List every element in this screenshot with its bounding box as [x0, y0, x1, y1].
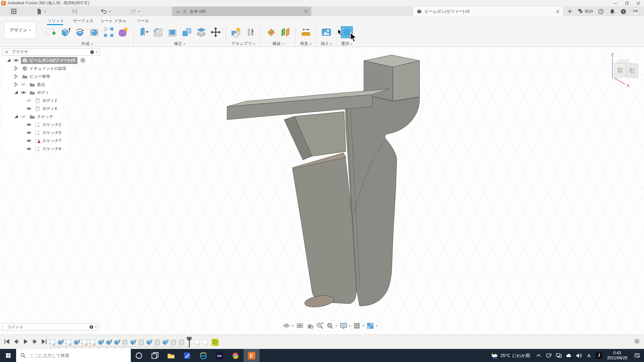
timeline-feature-sketch-1[interactable]: [49, 339, 56, 346]
shell-tool-button[interactable]: [166, 26, 178, 38]
remove-panel-icon[interactable]: [90, 50, 94, 54]
hole-tool-button[interactable]: [88, 26, 100, 38]
start-button[interactable]: [0, 349, 16, 362]
browser-panel-header[interactable]: ブラウザ ‖: [2, 48, 100, 56]
tree-item-body[interactable]: ビュー管理: [21, 73, 53, 80]
move-tool-button[interactable]: [210, 26, 222, 38]
collapse-panel-icon[interactable]: [4, 50, 9, 54]
select-tool-button[interactable]: [341, 26, 353, 38]
tree-item-body[interactable]: スケッチ6: [34, 145, 64, 153]
timeline-feature-extrude-15[interactable]: [162, 339, 169, 346]
construction-plane-tool-button[interactable]: [265, 26, 277, 38]
expander-closed-icon[interactable]: [13, 66, 19, 71]
taskbar-weather[interactable]: 25°C にわか雨: [487, 352, 533, 360]
fillet-tool-button[interactable]: [152, 26, 164, 38]
timeline-selected-feature[interactable]: [212, 339, 219, 346]
rectangular-pattern-tool-button[interactable]: [103, 26, 115, 38]
redo-button[interactable]: [127, 7, 143, 15]
timeline-feature-fillet-16[interactable]: [170, 339, 177, 346]
visibility-eye-icon[interactable]: [13, 58, 19, 63]
panel-drag-handle[interactable]: ‖: [95, 325, 97, 329]
ribbon-group-label[interactable]: 構築: [273, 41, 284, 47]
tree-item-body[interactable]: スケッチ7: [34, 137, 64, 144]
tree-item-body[interactable]: スケッチ2: [34, 121, 64, 128]
tree-item-スケッチ[interactable]: スケッチ: [2, 113, 59, 121]
panel-drag-handle[interactable]: ‖: [96, 50, 98, 54]
ime-mode-a[interactable]: A: [584, 349, 594, 362]
tree-item-body[interactable]: ビームガン(ゼファー) v3: [21, 57, 77, 64]
extrude-tool-button[interactable]: [59, 26, 71, 38]
tree-item-ビームガン(ゼファー) v3[interactable]: ビームガン(ゼファー) v3: [2, 56, 91, 64]
timeline-feature-suppressed-2[interactable]: [202, 339, 209, 346]
timeline-feature-fillet-17[interactable]: [178, 339, 185, 346]
tree-item-body[interactable]: ボディ4: [34, 105, 60, 112]
ribbon-group-label[interactable]: 作成: [82, 41, 93, 47]
tree-item-ボディ2[interactable]: ボディ2: [2, 97, 63, 105]
timeline-feature-extrude-11[interactable]: [129, 339, 137, 346]
taskbar-app-vix[interactable]: ViX: [211, 349, 227, 362]
ribbon-tab-solid[interactable]: ソリッド: [48, 18, 64, 24]
timeline-feature-sketch-6[interactable]: [89, 339, 96, 346]
undo-button[interactable]: [97, 7, 113, 15]
visibility-eye-off-icon[interactable]: [26, 98, 32, 103]
taskbar-app-fusion[interactable]: F: [244, 349, 260, 362]
tray-chevron-up-icon[interactable]: [534, 349, 543, 362]
search-input[interactable]: [16, 349, 131, 362]
ribbon-group-label[interactable]: アセンブリ: [231, 41, 255, 47]
expander-open-icon[interactable]: [13, 90, 19, 95]
tree-item-スケッチ5[interactable]: スケッチ5: [2, 129, 67, 137]
timeline-feature-extrude-9[interactable]: [113, 339, 120, 346]
tree-item-body[interactable]: スケッチ: [28, 113, 56, 120]
help-button[interactable]: ?: [620, 7, 627, 15]
viewports-view-button[interactable]: [366, 322, 378, 330]
document-tab-inactive[interactable]: 0、全体 v89: [172, 7, 311, 16]
split-body-tool-button[interactable]: [195, 26, 207, 38]
job-status-button[interactable]: 9/10: [578, 7, 593, 15]
ribbon-group-label[interactable]: 検査: [300, 41, 312, 47]
action-center-icon[interactable]: [631, 349, 644, 362]
tray-volume-icon[interactable]: [574, 349, 584, 362]
visibility-eye-icon[interactable]: [21, 90, 26, 95]
tree-item-body[interactable]: ボディ2: [34, 97, 60, 104]
timeline-feature-extrude-13[interactable]: [146, 339, 153, 346]
tree-item-body[interactable]: ボディ: [28, 89, 52, 96]
minimize-button[interactable]: [610, 0, 621, 6]
taskbar-app-notes[interactable]: [179, 349, 195, 362]
notifications-bell-button[interactable]: [609, 7, 615, 15]
viewport-3d[interactable]: ブラウザ ‖ ビームガン(ゼファー) v3ドキュメントの設定ビュー管理原点ボディ…: [0, 47, 644, 335]
timeline-feature-sketch-5[interactable]: [81, 339, 88, 346]
close-button[interactable]: [633, 0, 644, 6]
form-tool-button[interactable]: [117, 26, 129, 38]
timeline-step-back-button[interactable]: [12, 338, 20, 346]
ribbon-tab-tools[interactable]: ツール: [137, 18, 149, 24]
lookat-view-button[interactable]: [296, 322, 304, 330]
timeline-ruler[interactable]: [50, 346, 189, 348]
timeline-feature-extrude-8[interactable]: [105, 339, 112, 346]
combine-tool-button[interactable]: [181, 26, 193, 38]
zoom-view-button[interactable]: [316, 322, 324, 330]
timeline-play-button[interactable]: [21, 338, 30, 346]
visibility-eye-icon[interactable]: [26, 122, 32, 127]
tree-item-スケッチ7[interactable]: スケッチ7: [2, 137, 67, 145]
ime-mode-j[interactable]: J: [594, 349, 604, 362]
timeline-skip-start-button[interactable]: [3, 338, 11, 346]
timeline-feature-suppressed-1[interactable]: [194, 339, 201, 346]
timeline-settings-gear-icon[interactable]: [634, 338, 640, 344]
taskbar-app-cortana[interactable]: [131, 349, 147, 362]
tree-item-原点[interactable]: 原点: [2, 80, 51, 88]
press-pull-tool-button[interactable]: [138, 26, 150, 38]
taskbar-app-ie[interactable]: [195, 349, 211, 362]
timeline-feature-box-10[interactable]: [121, 339, 128, 346]
new-tab-button[interactable]: [564, 7, 576, 16]
taskbar-app-chrome[interactable]: [227, 349, 244, 362]
tab-close-icon[interactable]: [556, 10, 559, 13]
tree-item-ビュー管理[interactable]: ビュー管理: [2, 72, 56, 80]
tree-item-ボディ[interactable]: ボディ: [2, 88, 55, 97]
joint-tool-button[interactable]: [245, 26, 257, 38]
new-component-tool-button[interactable]: [230, 26, 242, 38]
comment-bar[interactable]: コメント ‖: [2, 323, 99, 330]
visibility-eye-icon[interactable]: [26, 138, 32, 143]
expander-open-icon[interactable]: [13, 114, 19, 119]
timeline-feature-sketch-3[interactable]: [65, 339, 72, 346]
ribbon-tab-surface[interactable]: サーフェス: [73, 18, 94, 24]
